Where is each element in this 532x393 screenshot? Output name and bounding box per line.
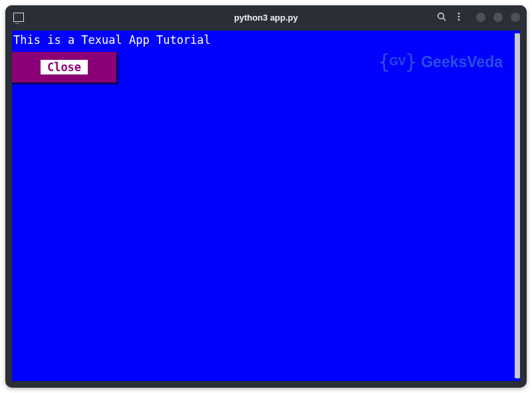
maximize-button[interactable] <box>493 13 503 22</box>
svg-point-3 <box>458 15 460 17</box>
svg-line-1 <box>443 18 446 21</box>
close-button[interactable]: Close <box>41 60 88 74</box>
button-container: Close <box>12 52 118 84</box>
search-icon[interactable] <box>436 11 447 24</box>
terminal-icon[interactable] <box>13 13 24 22</box>
close-window-button[interactable] <box>511 13 520 22</box>
terminal-window: python3 app.py This <box>5 5 527 388</box>
minimize-button[interactable] <box>476 13 485 22</box>
svg-point-4 <box>458 19 460 21</box>
titlebar-left <box>5 13 24 22</box>
svg-point-2 <box>458 13 460 15</box>
brace-right-icon: } <box>405 52 417 72</box>
watermark: { GV } GeeksVeda <box>378 52 503 72</box>
svg-point-0 <box>438 13 444 19</box>
titlebar: python3 app.py <box>5 5 527 29</box>
terminal-body: This is a Texual App Tutorial Close { GV… <box>12 31 520 381</box>
brace-left-icon: { <box>378 52 390 72</box>
watermark-initials: GV <box>390 55 406 68</box>
watermark-text: GeeksVeda <box>421 53 503 71</box>
window-controls <box>476 13 520 22</box>
kebab-menu-icon[interactable] <box>454 11 464 24</box>
scrollbar[interactable] <box>515 33 520 378</box>
app-header-text: This is a Texual App Tutorial <box>12 31 520 48</box>
titlebar-right <box>436 11 520 24</box>
